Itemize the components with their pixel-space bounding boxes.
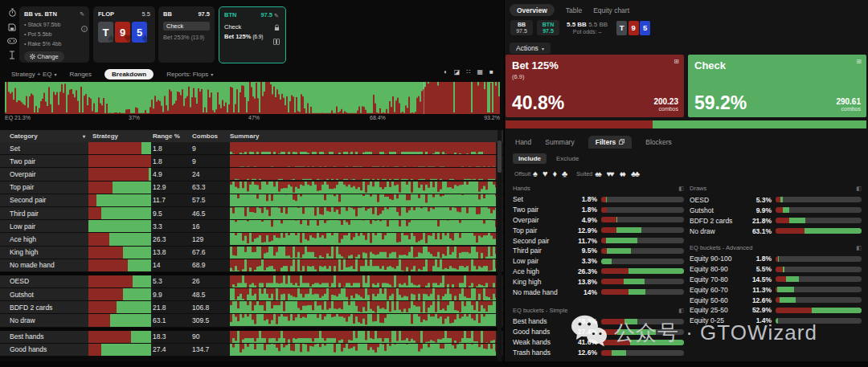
section-collapse-icon[interactable]: ◧	[856, 186, 862, 192]
offsuit-heart-icon[interactable]: ♥	[542, 169, 548, 178]
tab-equity-chart[interactable]: Equity chart	[593, 6, 629, 14]
table-row[interactable]: Best hands18.390	[0, 331, 503, 344]
offsuit-spade-icon[interactable]: ♠	[533, 169, 538, 178]
bb-stack-chip[interactable]: BB97.5	[510, 20, 533, 35]
column-summary[interactable]: Summary	[230, 133, 503, 140]
table-row[interactable]: Low pair3.316	[0, 220, 503, 233]
table-row[interactable]: No made hand1468.9	[0, 259, 503, 272]
btn-stack-chip[interactable]: BTN97.5	[537, 20, 559, 35]
section-collapse-icon[interactable]: ◧	[678, 186, 684, 192]
filter-row[interactable]: No made hand14%	[513, 287, 684, 297]
tab-strategy-eq[interactable]: Strategy + EQ▾	[11, 71, 56, 78]
filter-row[interactable]: Best hands18.3%	[513, 316, 684, 327]
filter-row[interactable]: Low pair3.3%	[513, 256, 684, 267]
tab-blockers[interactable]: Blockers	[645, 138, 672, 146]
filter-row[interactable]: Overpair4.9%	[513, 215, 684, 226]
filled-square-icon[interactable]: ■	[489, 68, 493, 75]
matrix-icon[interactable]: ⊞	[856, 58, 862, 65]
filter-row[interactable]: Equity 70-8014.5%	[690, 275, 862, 285]
strategy-eq-strip[interactable]	[5, 82, 500, 114]
matrix-icon[interactable]: ⊞	[674, 58, 679, 65]
tab-overview[interactable]: Overview	[510, 4, 555, 16]
btn-action-panel[interactable]: BTN 97.5 Check Bet 125% (6.9) ✎	[219, 6, 286, 63]
save-icon[interactable]	[8, 23, 16, 31]
edit-pencil-icon[interactable]: ✎	[80, 11, 84, 17]
table-row[interactable]: Overpair4.924	[0, 168, 503, 181]
bb-action-panel[interactable]: BB 97.5 Check Bet 253% (13.9)	[158, 6, 215, 63]
text-cursor-icon[interactable]	[9, 51, 15, 59]
filter-row[interactable]: Top pair12.9%	[513, 225, 684, 235]
scrollbar-thumb[interactable]	[497, 141, 502, 173]
filter-row[interactable]: Ace high26.3%	[513, 267, 684, 277]
filter-row[interactable]: Equity 60-7011.3%	[690, 284, 862, 295]
bb-selected-action[interactable]: Check	[163, 22, 210, 31]
filter-row[interactable]: Third pair9.5%	[513, 246, 684, 256]
filter-row[interactable]: OESD5.3%	[690, 194, 862, 205]
table-scrollbar[interactable]	[497, 130, 502, 361]
filter-row[interactable]: Two pair1.8%	[513, 205, 684, 215]
action-card-check[interactable]: ⊞Check59.2%290.61combos	[688, 55, 866, 117]
filter-row[interactable]: Equity 90-1001.8%	[690, 254, 862, 264]
filter-row[interactable]: Second pair11.7%	[513, 235, 684, 246]
split-square-icon[interactable]: ◪	[454, 68, 461, 75]
table-row[interactable]: Second pair11.757.5	[0, 194, 503, 207]
filter-row[interactable]: Equity 25-5052.9%	[690, 305, 862, 316]
dot-grid-icon[interactable]: ∷	[466, 68, 470, 75]
tab-reports-flops[interactable]: Reports: Flops▾	[166, 71, 213, 78]
action-card-bet[interactable]: ⊞Bet 125%(6.9)40.8%200.23combos	[506, 55, 684, 117]
column-strategy[interactable]: Strategy	[88, 133, 151, 140]
suited-diamond-icon[interactable]: ♦♦	[620, 169, 626, 178]
tab-hand[interactable]: Hand	[515, 138, 531, 146]
btn-action-check[interactable]: Check	[224, 23, 272, 31]
filter-row[interactable]: Equity 0-251.4%	[690, 316, 862, 326]
filter-row[interactable]: Equity 50-6012.6%	[690, 295, 862, 305]
exclude-toggle[interactable]: Exclude	[556, 155, 579, 162]
offsuit-diamond-icon[interactable]: ♦	[552, 169, 557, 178]
include-toggle[interactable]: Include	[513, 153, 547, 164]
suited-club-icon[interactable]: ♣♣	[631, 169, 640, 178]
filter-row[interactable]: Good hands27.4%	[513, 327, 684, 337]
table-row[interactable]: Top pair12.963.3	[0, 181, 503, 194]
contrast-icon[interactable]: ◐	[444, 68, 448, 75]
table-row[interactable]: No draw63.1309.5	[0, 314, 503, 327]
table-row[interactable]: Good hands27.4134.7	[0, 344, 503, 357]
filter-row[interactable]: Gutshot9.9%	[690, 205, 862, 215]
filter-row[interactable]: Trash hands12.6%	[513, 348, 684, 358]
tab-filters[interactable]: Filters	[588, 136, 633, 149]
table-row[interactable]: BDFD 2 cards21.8106.8	[0, 301, 503, 314]
tab-ranges[interactable]: Ranges	[69, 71, 92, 78]
section-collapse-icon[interactable]: ◧	[678, 308, 684, 314]
filter-row[interactable]: Set1.8%	[513, 194, 684, 205]
board-panel[interactable]: FLOP 5.5 ♠T♥9♦5	[93, 6, 155, 63]
actions-dropdown[interactable]: Actions ▾	[510, 43, 551, 54]
column-category[interactable]: Category▾	[0, 133, 88, 140]
tab-table[interactable]: Table	[566, 6, 582, 14]
filter-row[interactable]: King high13.8%	[513, 276, 684, 287]
suited-spade-icon[interactable]: ♠♠	[595, 169, 602, 178]
btn-action-bet[interactable]: Bet 125% (6.9)	[224, 33, 272, 40]
grid-icon[interactable]: ▦	[477, 68, 484, 75]
table-row[interactable]: Gutshot9.948.5	[0, 288, 503, 301]
tab-breakdown[interactable]: Breakdown	[104, 69, 154, 80]
filter-row[interactable]: Weak hands41.6%	[513, 337, 684, 348]
table-row[interactable]: Third pair9.546.5	[0, 207, 503, 220]
tab-summary[interactable]: Summary	[545, 138, 574, 146]
section-collapse-icon[interactable]: ◧	[856, 245, 862, 251]
offsuit-club-icon[interactable]: ♣	[562, 169, 567, 178]
gamepad-icon[interactable]	[7, 38, 17, 44]
suited-heart-icon[interactable]: ♥♥	[607, 169, 615, 178]
range-book-icon[interactable]	[273, 39, 280, 47]
filter-row[interactable]: BDFD 2 cards21.8%	[690, 215, 862, 226]
table-row[interactable]: Two pair1.89	[0, 155, 503, 168]
edit-pencil-icon[interactable]: ✎	[274, 13, 279, 18]
stopwatch-icon[interactable]	[8, 8, 17, 17]
change-button[interactable]: Change	[24, 51, 64, 62]
lock-icon[interactable]	[274, 24, 280, 33]
table-row[interactable]: Ace high26.3129	[0, 233, 503, 246]
filter-row[interactable]: No draw63.1%	[690, 226, 862, 236]
column-combos[interactable]: Combos	[192, 133, 230, 140]
table-row[interactable]: King high13.867.6	[0, 247, 503, 259]
table-row[interactable]: Set1.89	[0, 142, 503, 155]
table-row[interactable]: OESD5.326	[0, 275, 503, 288]
bb-other-action[interactable]: Bet 253% (13.9)	[163, 34, 210, 41]
